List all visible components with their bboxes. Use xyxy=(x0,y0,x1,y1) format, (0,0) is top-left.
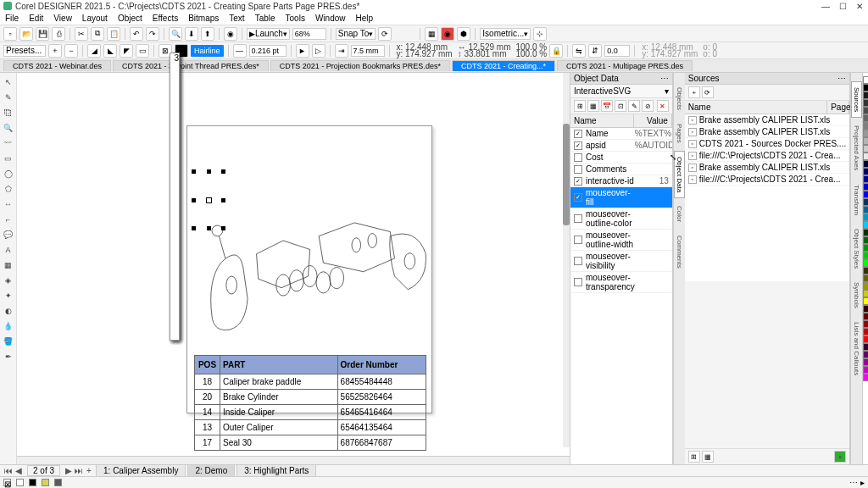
selection-handles[interactable] xyxy=(192,169,225,230)
od-btn-4[interactable]: ⊡ xyxy=(615,100,626,112)
palette-swatch[interactable] xyxy=(863,236,868,244)
source-row[interactable]: ▫file:///C:\Projects\CDTS 2021 - Crea...… xyxy=(685,150,849,162)
src-refresh-button[interactable]: ⟳ xyxy=(702,86,714,98)
import-button[interactable]: ⬇ xyxy=(185,27,198,41)
color-button[interactable]: ◉ xyxy=(441,27,454,41)
lock-ratio-icon[interactable]: 🔒 xyxy=(549,44,563,58)
callout-type-3[interactable]: ◤ xyxy=(120,44,133,58)
save-button[interactable]: 💾 xyxy=(36,27,49,41)
object-data-row[interactable]: interactive-id13 xyxy=(570,175,672,187)
od-btn-2[interactable]: ▦ xyxy=(587,100,599,112)
palette-swatch[interactable] xyxy=(863,183,868,191)
fill-tool-icon[interactable]: 🪣 xyxy=(3,336,14,347)
checkbox-icon[interactable] xyxy=(574,278,582,286)
launch-combo[interactable]: ▶ Launch ▾ xyxy=(247,28,290,40)
palette-swatch[interactable] xyxy=(863,351,868,358)
cut-button[interactable]: ✂ xyxy=(75,27,88,41)
canvas[interactable]: POS PART Order Number 18Caliper brake pa… xyxy=(17,73,570,456)
presets-combo[interactable]: Presets... xyxy=(3,45,46,57)
palette-swatch[interactable] xyxy=(863,274,868,282)
projection-combo[interactable]: Isometric... ▾ xyxy=(480,28,531,40)
src-foot-2[interactable]: ▦ xyxy=(702,451,714,463)
hairline-label[interactable]: Hairline xyxy=(191,45,224,57)
docker-tab-pages[interactable]: Pages xyxy=(674,118,685,149)
vertical-scrollbar[interactable] xyxy=(563,73,570,447)
palette-swatch[interactable] xyxy=(863,160,868,168)
palette-swatch[interactable] xyxy=(863,191,868,198)
menu-bitmaps[interactable]: Bitmaps xyxy=(188,14,219,23)
palette-swatch[interactable] xyxy=(863,175,868,183)
menu-object[interactable]: Object xyxy=(118,14,142,23)
docker-tab-symbols[interactable]: Symbols xyxy=(851,276,862,314)
export-button[interactable]: ⬆ xyxy=(201,27,214,41)
arrow-start-icon[interactable]: ► xyxy=(296,44,309,58)
color-swatch[interactable] xyxy=(29,479,36,486)
callout-gap-icon[interactable]: ⇥ xyxy=(335,44,348,58)
callout-type-2[interactable]: ◣ xyxy=(103,44,117,58)
doctab-thread[interactable]: CDTS 2021 - 3-Point Thread PRES.des* xyxy=(113,60,269,71)
no-color-swatch[interactable]: ⊠ xyxy=(3,479,11,486)
palette-swatch[interactable] xyxy=(863,168,868,175)
od-btn-6[interactable]: ⊘ xyxy=(642,100,654,112)
mirror-h-icon[interactable]: ⇋ xyxy=(572,44,586,58)
mirror-v-icon[interactable]: ⇵ xyxy=(588,44,602,58)
grid-button[interactable]: ▦ xyxy=(425,27,438,41)
open-button[interactable]: 📂 xyxy=(19,27,33,41)
src-foot-1[interactable]: ⊞ xyxy=(688,451,700,463)
object-data-row[interactable]: Comments xyxy=(570,164,672,175)
menu-layout[interactable]: Layout xyxy=(82,14,108,23)
maximize-button[interactable]: ☐ xyxy=(837,2,848,11)
palette-swatch[interactable] xyxy=(863,374,868,381)
palette-swatch[interactable] xyxy=(863,114,868,122)
palette-swatch[interactable] xyxy=(863,107,868,114)
palette-swatch[interactable] xyxy=(863,198,868,206)
source-row[interactable]: ▫file:///C:\Projects\CDTS 2021 - Crea...… xyxy=(685,174,849,186)
print-button[interactable]: ⎙ xyxy=(52,27,65,41)
palette-swatch[interactable] xyxy=(863,76,868,84)
checkbox-icon[interactable] xyxy=(574,177,582,186)
palette-swatch[interactable] xyxy=(863,282,868,290)
palette-swatch[interactable] xyxy=(863,229,868,236)
menu-tools[interactable]: Tools xyxy=(286,14,305,23)
docker-tab-styles[interactable]: Object Styles xyxy=(851,223,862,274)
rectangle-tool-icon[interactable]: ▭ xyxy=(3,152,14,164)
od-btn-1[interactable]: ⊞ xyxy=(574,100,586,112)
minimize-button[interactable]: — xyxy=(821,2,831,11)
doctab-multipage[interactable]: CDTS 2021 - Multipage PRES.des xyxy=(557,60,693,71)
color-swatch[interactable] xyxy=(42,479,49,486)
palette-swatch[interactable] xyxy=(863,99,868,107)
palette-swatch[interactable] xyxy=(863,343,868,351)
callout-type-1[interactable]: ◢ xyxy=(87,44,101,58)
crop-tool-icon[interactable]: ⿻ xyxy=(3,107,14,119)
checkbox-icon[interactable] xyxy=(574,257,582,265)
src-add-button[interactable]: + xyxy=(688,86,700,98)
src-foot-3[interactable]: ▫ xyxy=(834,451,846,463)
od-close-button[interactable]: ✕ xyxy=(657,100,669,112)
pick-tool-icon[interactable]: ↖ xyxy=(3,76,14,88)
remove-preset-button[interactable]: − xyxy=(64,44,78,58)
palette-swatch[interactable] xyxy=(863,259,868,267)
checkbox-icon[interactable] xyxy=(574,214,582,223)
panel-menu-icon[interactable]: ⋯ xyxy=(660,74,669,83)
palette-swatch[interactable] xyxy=(863,130,868,137)
text-tool-icon[interactable]: A xyxy=(3,244,14,256)
search-button[interactable]: 🔍 xyxy=(169,27,182,41)
pagetab-1[interactable]: 1: Caliper Assembly xyxy=(96,464,186,477)
source-row[interactable]: ▫CDTS 2021 - Sources Docker PRES....2 xyxy=(685,138,849,150)
object-data-row[interactable]: mouseover-transparency xyxy=(570,272,672,293)
menu-effects[interactable]: Effects xyxy=(153,14,178,23)
palette-swatch[interactable] xyxy=(863,92,868,99)
doctab-webinar[interactable]: CDTS 2021 - Webinar.des xyxy=(3,60,111,71)
copy-button[interactable]: ⧉ xyxy=(91,27,104,41)
3d-button[interactable]: ⬢ xyxy=(457,27,470,41)
od-btn-5[interactable]: ✎ xyxy=(628,100,640,112)
effects-tool-icon[interactable]: ✦ xyxy=(3,290,14,302)
menu-help[interactable]: Help xyxy=(356,14,374,23)
docker-tab-comments[interactable]: Comments xyxy=(674,230,685,274)
palette-swatch[interactable] xyxy=(863,305,868,313)
palette-swatch[interactable] xyxy=(863,244,868,252)
od-btn-3[interactable]: 📅 xyxy=(601,100,613,112)
palette-swatch[interactable] xyxy=(863,358,868,366)
palette-swatch[interactable] xyxy=(863,297,868,305)
docker-tab-color[interactable]: Color xyxy=(674,200,685,228)
